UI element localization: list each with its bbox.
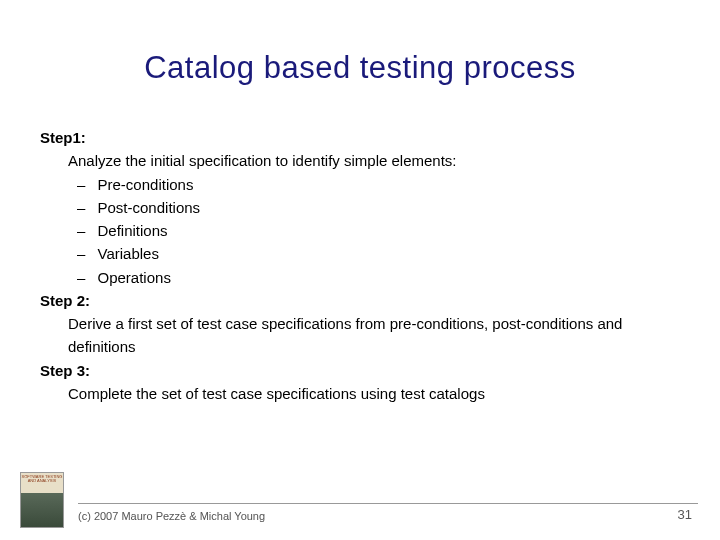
- book-icon-label: SOFTWARE TESTING AND ANALYSIS: [21, 473, 63, 493]
- slide-title: Catalog based testing process: [40, 50, 680, 86]
- copyright-text: (c) 2007 Mauro Pezzè & Michal Young: [78, 510, 265, 528]
- slide-content: Step1: Analyze the initial specification…: [40, 126, 680, 405]
- list-item: Operations: [95, 266, 680, 289]
- step1-label: Step1:: [40, 126, 680, 149]
- slide: Catalog based testing process Step1: Ana…: [0, 0, 720, 540]
- step1-bullets: Pre-conditions Post-conditions Definitio…: [40, 173, 680, 289]
- step1-text: Analyze the initial specification to ide…: [40, 149, 680, 172]
- book-icon: SOFTWARE TESTING AND ANALYSIS: [20, 472, 64, 528]
- step3-label: Step 3:: [40, 359, 680, 382]
- footer: SOFTWARE TESTING AND ANALYSIS (c) 2007 M…: [0, 472, 720, 528]
- list-item: Variables: [95, 242, 680, 265]
- step3-text: Complete the set of test case specificat…: [40, 382, 680, 405]
- list-item: Post-conditions: [95, 196, 680, 219]
- step2-label: Step 2:: [40, 289, 680, 312]
- footer-left: SOFTWARE TESTING AND ANALYSIS (c) 2007 M…: [20, 472, 265, 528]
- step2-text: Derive a first set of test case specific…: [40, 312, 680, 359]
- list-item: Definitions: [95, 219, 680, 242]
- list-item: Pre-conditions: [95, 173, 680, 196]
- page-number: 31: [678, 507, 700, 528]
